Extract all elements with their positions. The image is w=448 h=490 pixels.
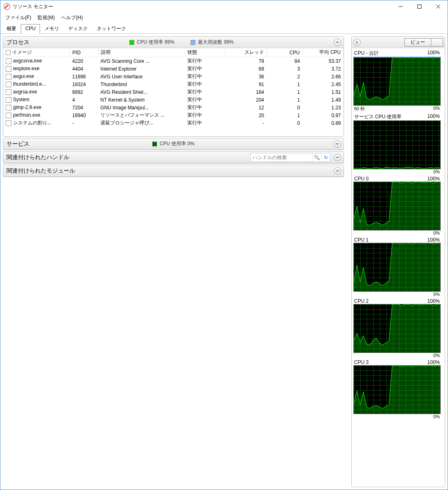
chart-1: サービス CPU 使用率100% 0% (353, 113, 441, 174)
close-button[interactable] (429, 0, 448, 13)
svg-rect-0 (418, 5, 421, 9)
menu-help[interactable]: ヘルプ(H) (59, 13, 85, 22)
app-icon (4, 3, 10, 10)
window-title: リソース モニター (13, 3, 391, 10)
tab-overview[interactable]: 概要 (2, 24, 21, 33)
col-cpu[interactable]: CPU (266, 48, 302, 57)
table-row[interactable]: avgcsrva.exe4220AVG Scanning Core ...実行中… (3, 57, 344, 65)
chart-5: CPU 3100% 0% (353, 359, 441, 419)
pane-splitter[interactable] (346, 36, 349, 487)
collapse-charts-button[interactable] (353, 39, 361, 46)
svg-marker-5 (354, 243, 440, 291)
svg-marker-6 (354, 304, 440, 353)
search-icon[interactable]: 🔍 (312, 153, 321, 162)
modules-title: 関連付けられたモジュール (7, 167, 75, 175)
table-row[interactable]: gimp-2.8.exe7204GNU Image Manipul...実行中1… (3, 104, 344, 111)
menu-file[interactable]: ファイル(F) (3, 13, 33, 22)
table-row[interactable]: avgrsa.exe6892AVG Resident Shiel...実行中16… (3, 88, 344, 96)
minimize-button[interactable] (391, 0, 410, 13)
expand-services-button[interactable] (334, 140, 341, 148)
handles-title: 関連付けられたハンドル (7, 154, 69, 161)
services-title: サービス (7, 140, 29, 148)
refresh-icon[interactable]: ↻ (321, 153, 330, 162)
process-table-scroll[interactable]: イメージ PID 説明 状態 スレッド CPU 平均 CPU avgcsrva.… (3, 48, 344, 136)
view-dropdown[interactable]: ビュー (404, 38, 443, 47)
services-section: サービス CPU 使用率 0% (3, 138, 344, 150)
table-row[interactable]: thunderbird.e...18324Thunderbird実行中9112.… (3, 80, 344, 88)
col-avgcpu[interactable]: 平均 CPU (302, 48, 343, 57)
handles-section: 関連付けられたハンドル 🔍 ↻ (3, 151, 344, 164)
col-threads[interactable]: スレッド (226, 48, 266, 57)
table-row[interactable]: System4NT Kernel & System実行中20411.49 (3, 96, 344, 104)
chart-3: CPU 1100% 0% (353, 237, 441, 297)
table-row[interactable]: iexplore.exe4404Internet Explorer実行中6933… (3, 65, 344, 73)
tab-network[interactable]: ネットワーク (92, 24, 131, 33)
legend-services-cpu: CPU 使用率 0% (152, 140, 194, 147)
menu-monitor[interactable]: 監視(M) (35, 13, 57, 22)
svg-marker-4 (354, 182, 440, 230)
tab-disk[interactable]: ディスク (64, 24, 92, 33)
legend-max-freq: 最大周波数 99% (191, 39, 233, 46)
col-desc[interactable]: 説明 (98, 48, 184, 57)
titlebar: リソース モニター (0, 0, 448, 13)
table-row[interactable]: perfmon.exe18940リソースとパフォーマンス ...実行中2010.… (3, 111, 344, 119)
modules-section: 関連付けられたモジュール (3, 165, 344, 177)
handle-search-input[interactable] (251, 154, 312, 161)
svg-marker-7 (354, 366, 440, 414)
collapse-processes-button[interactable] (334, 39, 341, 46)
maximize-button[interactable] (410, 0, 429, 13)
charts-pane: ビュー CPU - 合計100% 60 秒0% サービス CPU 使用率100%… (351, 36, 445, 487)
table-row[interactable]: システムの割り...-遅延プロシージャ呼び...実行中-00.89 (3, 119, 344, 127)
tab-memory[interactable]: メモリ (40, 24, 64, 33)
col-pid[interactable]: PID (70, 48, 98, 57)
processes-section: プロセス CPU 使用率 99% 最大周波数 99% イメージ PID 説明 状… (3, 36, 344, 137)
col-status[interactable]: 状態 (185, 48, 226, 57)
chart-2: CPU 0100% 0% (353, 176, 441, 235)
expand-handles-button[interactable] (334, 154, 341, 161)
table-row[interactable]: avgui.exe11696AVG User Interface実行中3622.… (3, 73, 344, 80)
tab-cpu[interactable]: CPU (21, 24, 40, 34)
legend-cpu-usage: CPU 使用率 99% (129, 39, 174, 46)
tabs: 概要 CPU メモリ ディスク ネットワーク (0, 23, 448, 34)
col-image[interactable]: イメージ (3, 48, 70, 57)
menubar: ファイル(F) 監視(M) ヘルプ(H) (0, 13, 448, 23)
chart-4: CPU 2100% 0% (353, 298, 441, 358)
chart-0: CPU - 合計100% 60 秒0% (353, 50, 441, 112)
process-table: イメージ PID 説明 状態 スレッド CPU 平均 CPU avgcsrva.… (3, 48, 344, 127)
charts-scroll[interactable]: CPU - 合計100% 60 秒0% サービス CPU 使用率100% 0% … (352, 48, 445, 487)
processes-title: プロセス (7, 39, 29, 46)
expand-modules-button[interactable] (334, 167, 341, 175)
